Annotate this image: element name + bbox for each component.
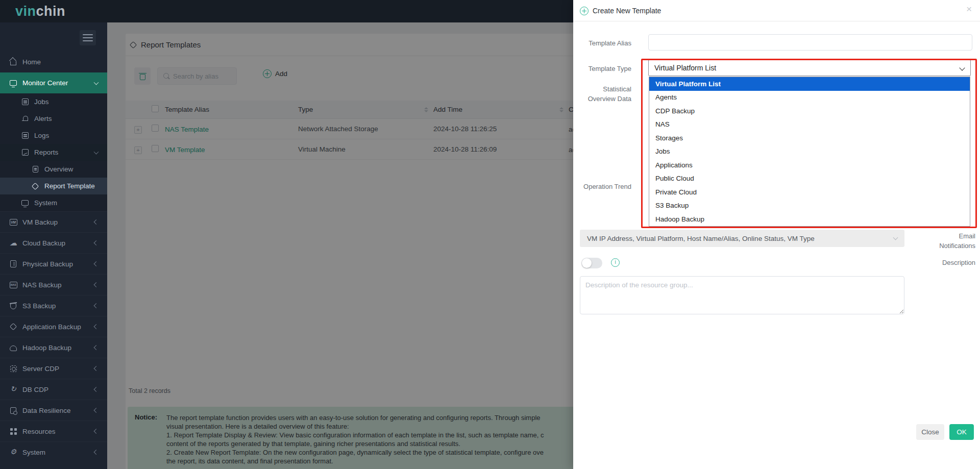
sidebar-collapse-row (0, 22, 107, 52)
sidebar-item-label: Monitor Center (22, 79, 68, 87)
sidebar-item-report-template[interactable]: Report Template (0, 178, 107, 194)
monitor-center-submenu: Jobs Alerts Logs Reports Overview Report… (0, 93, 107, 211)
sidebar-item-label: System (34, 199, 57, 207)
sidebar-item-server-cdp[interactable]: Server CDP (0, 358, 107, 379)
dropdown-option[interactable]: NAS (649, 118, 970, 132)
description-textarea[interactable] (580, 276, 904, 314)
sidebar-item-label: Server CDP (22, 365, 59, 373)
sidebar-item-label: Logs (34, 132, 49, 139)
sidebar-item-nas-backup[interactable]: NAS Backup (0, 274, 107, 295)
sidebar-item-db-cdp[interactable]: DB CDP (0, 379, 107, 400)
sidebar-item-s3-backup[interactable]: S3 Backup (0, 295, 107, 316)
modal-header: Create New Template × (573, 0, 980, 21)
dropdown-option[interactable]: CDP Backup (649, 104, 970, 118)
template-alias-input[interactable] (648, 34, 972, 51)
dropdown-option[interactable]: Virtual Platform List (649, 77, 970, 91)
chevron-left-icon (94, 303, 99, 308)
overview-items-select[interactable]: VM IP Address, Virtual Platform, Host Na… (580, 230, 904, 247)
system-monitor-icon (21, 200, 29, 206)
sidebar-item-hadoop-backup[interactable]: Hadoop Backup (0, 337, 107, 358)
chevron-down-icon (94, 80, 99, 85)
home-icon (10, 61, 16, 65)
dropdown-option[interactable]: S3 Backup (649, 199, 970, 213)
chevron-left-icon (94, 429, 99, 434)
sidebar-item-system[interactable]: System (0, 441, 107, 462)
vinchin-logo: vinchin (15, 4, 65, 19)
dropdown-option[interactable]: Jobs (649, 145, 970, 159)
sidebar-item-monitor-center[interactable]: Monitor Center (0, 72, 107, 93)
gear-icon (9, 448, 17, 456)
template-type-value: Virtual Platform List (654, 64, 716, 72)
create-template-modal: Create New Template × Template Alias Tem… (573, 0, 980, 469)
chevron-down-icon (94, 149, 99, 154)
sidebar-item-resources[interactable]: Resources (0, 421, 107, 441)
sidebar-item-label: Report Template (44, 182, 95, 190)
email-notifications-toggle[interactable] (581, 258, 602, 268)
hamburger-menu-icon[interactable] (80, 30, 96, 45)
sidebar-item-label: Physical Backup (22, 260, 73, 268)
description-label: Description (924, 258, 975, 267)
sidebar-item-label: Resources (22, 428, 56, 435)
dropdown-option[interactable]: Hadoop Backup (649, 212, 970, 226)
package-icon (32, 182, 39, 189)
sidebar-item-overview[interactable]: Overview (0, 161, 107, 178)
sidebar-item-data-resilience[interactable]: Data Resilience (0, 400, 107, 421)
info-icon[interactable]: i (611, 258, 620, 267)
sidebar-item-label: S3 Backup (22, 302, 56, 310)
chevron-left-icon (94, 366, 99, 371)
vm-icon (10, 219, 17, 226)
modal-footer: Close OK (573, 443, 980, 469)
sidebar-item-label: Hadoop Backup (22, 344, 71, 352)
chevron-left-icon (94, 219, 99, 225)
close-button[interactable]: Close (916, 424, 944, 440)
dropdown-option[interactable]: Agents (649, 91, 970, 105)
logo-text-teal: vin (15, 4, 36, 19)
dropdown-option[interactable]: Storages (649, 131, 970, 145)
template-type-select[interactable]: Virtual Platform List (648, 60, 971, 76)
modal-title: Create New Template (593, 7, 661, 15)
chevron-down-icon (893, 235, 898, 240)
hadoop-elephant-icon (10, 345, 17, 351)
chevron-left-icon (94, 261, 99, 266)
cloud-icon (9, 239, 17, 247)
chevron-left-icon (94, 240, 99, 245)
chevron-left-icon (94, 324, 99, 329)
sidebar-item-label: Application Backup (22, 323, 81, 331)
sidebar-nav: Home Monitor Center Jobs Alerts Logs Rep… (0, 22, 107, 469)
sidebar-item-reports[interactable]: Reports (0, 144, 107, 161)
sidebar-item-cloud-backup[interactable]: Cloud Backup (0, 232, 107, 253)
select-chevron-icon (959, 65, 965, 70)
circle-plus-icon (580, 7, 589, 15)
sidebar-item-label: NAS Backup (22, 281, 62, 289)
ok-button[interactable]: OK (949, 424, 974, 440)
monitor-icon (10, 80, 17, 86)
logo-text-gray: chin (36, 4, 66, 19)
sidebar-item-home[interactable]: Home (0, 52, 107, 72)
dropdown-option[interactable]: Private Cloud (649, 185, 970, 199)
template-type-dropdown: Virtual Platform List Agents CDP Backup … (649, 77, 970, 227)
sidebar-item-logs[interactable]: Logs (0, 127, 107, 144)
sidebar-item-alerts[interactable]: Alerts (0, 110, 107, 127)
close-icon[interactable]: × (966, 4, 972, 14)
data-resilience-icon (10, 407, 16, 414)
dropdown-option[interactable]: Public Cloud (649, 172, 970, 186)
reports-chart-icon (22, 149, 29, 156)
sidebar-item-vm-backup[interactable]: VM Backup (0, 211, 107, 232)
db-cdp-sync-icon (9, 385, 17, 393)
sidebar-item-application-backup[interactable]: Application Backup (0, 316, 107, 337)
sidebar-item-monitor-system[interactable]: System (0, 194, 107, 211)
statistical-overview-label: Statistical Overview Data (583, 84, 631, 104)
logs-list-icon (22, 132, 29, 139)
resources-grid-icon (10, 428, 17, 435)
sidebar-item-label: Data Resilience (22, 407, 71, 414)
nas-icon (10, 282, 17, 288)
chevron-left-icon (94, 282, 99, 287)
overview-items-value: VM IP Address, Virtual Platform, Host Na… (587, 235, 815, 242)
sidebar-item-label: VM Backup (22, 218, 58, 226)
dropdown-option[interactable]: Applications (649, 158, 970, 172)
sidebar-item-physical-backup[interactable]: Physical Backup (0, 253, 107, 274)
sidebar-item-jobs[interactable]: Jobs (0, 93, 107, 110)
template-alias-label: Template Alias (573, 38, 631, 48)
chevron-left-icon (94, 408, 99, 413)
operation-trend-label: Operation Trend (583, 182, 631, 191)
